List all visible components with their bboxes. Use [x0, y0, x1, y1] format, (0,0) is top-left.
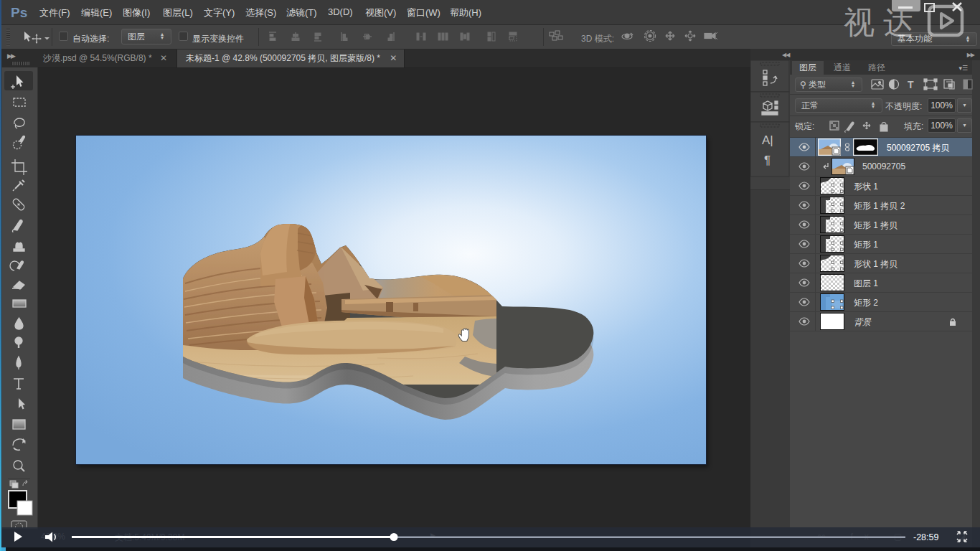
- svg-text:¶: ¶: [764, 154, 771, 167]
- svg-text:-28:59: -28:59: [913, 532, 938, 542]
- svg-text:T: T: [908, 79, 914, 90]
- svg-text:A|: A|: [762, 133, 773, 147]
